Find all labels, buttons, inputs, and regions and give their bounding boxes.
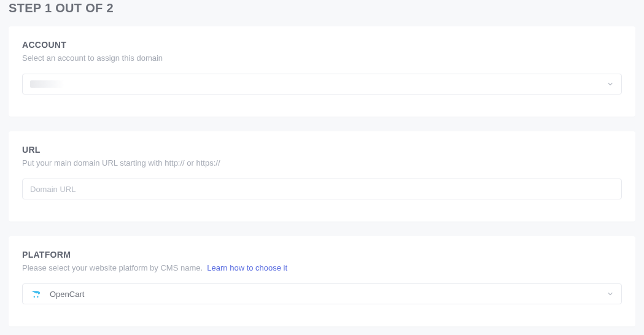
chevron-down-icon [607, 80, 614, 88]
account-selected-value [30, 80, 64, 88]
platform-selected-value: OpenCart [50, 290, 607, 299]
learn-how-link[interactable]: Learn how to choose it [207, 263, 287, 272]
url-input-wrapper[interactable] [22, 179, 622, 199]
platform-card: PLATFORM Please select your website plat… [9, 236, 635, 326]
account-desc: Select an account to assign this domain [22, 53, 622, 63]
platform-desc-text: Please select your website platform by C… [22, 263, 203, 272]
opencart-icon [30, 290, 42, 298]
account-label: ACCOUNT [22, 40, 622, 50]
url-label: URL [22, 145, 622, 155]
url-desc: Put your main domain URL starting with h… [22, 158, 622, 168]
account-select[interactable] [22, 74, 622, 94]
svg-point-1 [37, 296, 38, 297]
account-card: ACCOUNT Select an account to assign this… [9, 26, 635, 117]
step-title: STEP 1 OUT OF 2 [9, 0, 635, 15]
platform-desc: Please select your website platform by C… [22, 263, 622, 272]
chevron-down-icon [607, 290, 614, 298]
platform-select[interactable]: OpenCart [22, 283, 622, 304]
svg-point-0 [34, 296, 35, 297]
url-input[interactable] [30, 179, 614, 199]
platform-label: PLATFORM [22, 250, 622, 260]
url-card: URL Put your main domain URL starting wi… [9, 131, 635, 221]
